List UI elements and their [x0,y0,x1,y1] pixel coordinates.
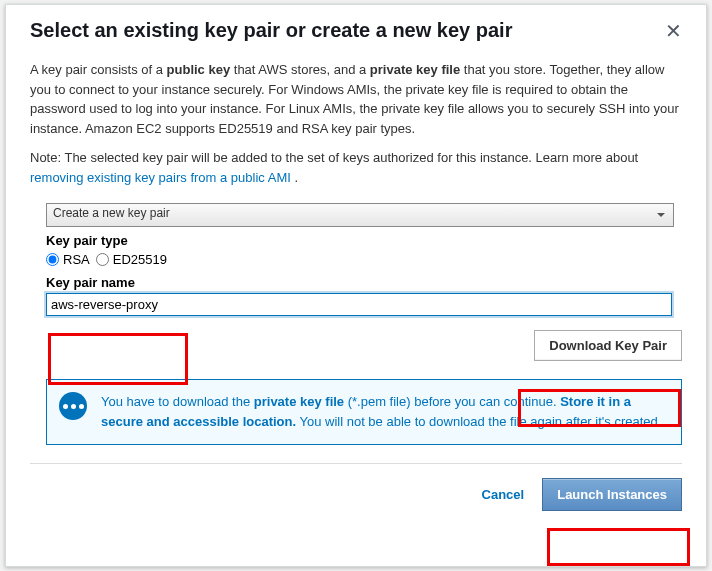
select-value: Create a new key pair [53,206,170,220]
highlight-launch-button [547,528,690,566]
description-paragraph-1: A key pair consists of a public key that… [30,60,682,138]
key-pair-name-label: Key pair name [46,275,135,290]
download-key-pair-button[interactable]: Download Key Pair [534,330,682,361]
modal-body: A key pair consists of a public key that… [6,48,706,187]
cancel-button[interactable]: Cancel [482,487,525,502]
radio-ed25519[interactable]: ED25519 [96,252,167,267]
radio-rsa[interactable]: RSA [46,252,90,267]
description-paragraph-2: Note: The selected key pair will be adde… [30,148,682,187]
info-alert: You have to download the private key fil… [46,379,682,445]
text: You will not be able to download the fil… [296,414,661,429]
key-pair-type-label: Key pair type [46,233,682,248]
modal-footer: Cancel Launch Instances [30,463,682,511]
launch-instances-button[interactable]: Launch Instances [542,478,682,511]
info-icon [59,392,87,420]
text: A key pair consists of a [30,62,167,77]
radio-rsa-input[interactable] [46,253,59,266]
text: that AWS stores, and a [230,62,370,77]
text: You have to download the [101,394,254,409]
text-bold: private key file [370,62,460,77]
text: (*.pem file) before you can continue. [344,394,560,409]
key-pair-name-input[interactable] [46,293,672,316]
download-row: Download Key Pair [46,330,682,361]
form-area: Create a new key pair Key pair type RSA … [6,197,706,445]
radio-ed25519-input[interactable] [96,253,109,266]
remove-keys-link[interactable]: removing existing key pairs from a publi… [30,170,291,185]
modal-title: Select an existing key pair or create a … [30,19,512,42]
radio-rsa-label: RSA [63,252,90,267]
text: . [291,170,298,185]
text-bold: private key file [254,394,344,409]
modal-dialog: Select an existing key pair or create a … [5,4,707,567]
key-pair-type-radios: RSA ED25519 [46,252,682,267]
key-pair-action-select[interactable]: Create a new key pair [46,203,674,227]
text-bold: public key [167,62,231,77]
text: Note: The selected key pair will be adde… [30,150,638,165]
radio-ed25519-label: ED25519 [113,252,167,267]
close-icon[interactable]: ✕ [665,21,682,41]
modal-header: Select an existing key pair or create a … [6,5,706,48]
